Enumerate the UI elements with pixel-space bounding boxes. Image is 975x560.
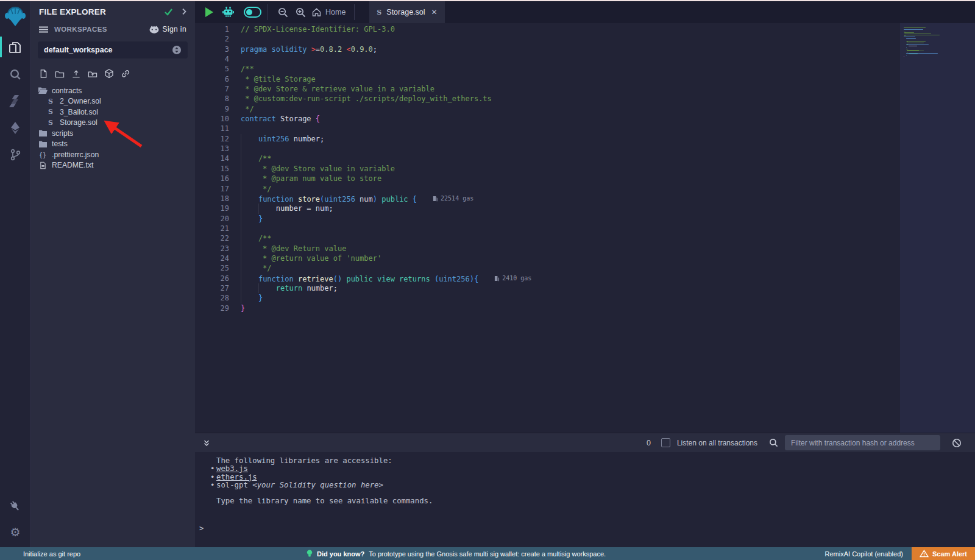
file-explorer-panel: FILE EXPLORER WORKSPACES [30,1,195,547]
tab-close-icon[interactable]: ✕ [431,8,438,16]
solidity-icon: S [46,119,55,127]
tree-item-label: contracts [52,87,82,95]
tab-label: Storage.sol [386,8,425,16]
zoom-out-icon[interactable] [278,7,288,18]
tree-item-label: 2_Owner.sol [60,97,101,105]
line-number: 13 [195,144,229,154]
workspaces-menu-icon[interactable] [39,26,48,33]
git-icon[interactable] [0,146,30,164]
folder-open-icon [38,87,48,95]
workspace-select[interactable]: default_workspace [38,41,188,58]
terminal-line: Type the library name to see available c… [210,497,433,505]
copilot-toggle[interactable] [244,7,261,18]
code-line-7: 7 * @dev Store & retrieve value in a var… [195,84,900,94]
solidity-icon: S [46,108,55,116]
new-folder-icon[interactable] [55,69,65,79]
code-line-3: 3pragma solidity >=0.8.2 <0.9.0; [195,44,900,54]
deploy-run-icon[interactable] [0,119,30,137]
sign-in-button[interactable]: Sign in [149,25,187,34]
remix-ide-window: ⚙ FILE EXPLORER WORKSPACES [0,0,975,560]
remix-logo-icon[interactable] [4,5,27,29]
tree-item-scripts[interactable]: scripts [30,128,195,139]
scam-alert-button[interactable]: Scam Alert [912,547,975,560]
new-file-icon[interactable] [39,69,48,79]
panel-title: FILE EXPLORER [39,7,106,16]
tree-item-2-owner-sol[interactable]: S2_Owner.sol [30,96,195,107]
clear-console-icon[interactable] [952,438,962,448]
terminal-output[interactable]: The following libraries are accessible:•… [195,452,975,547]
code-line-22: 22 /** [195,233,900,243]
compile-check-icon [164,8,173,16]
warning-icon [920,550,929,558]
status-bar: Initialize as git repo Did you know? To … [0,547,975,560]
panel-expand-chevron-icon[interactable] [182,8,186,15]
publish-box-icon[interactable] [104,69,114,79]
line-number: 9 [195,104,229,114]
tree-item-storage-sol[interactable]: SStorage.sol [30,118,195,129]
terminal-line: •sol-gpt <your Solidity question here> [210,481,433,489]
workspaces-label: WORKSPACES [54,26,107,33]
editor-tabstrip: Home S Storage.sol ✕ [195,1,975,23]
tree-item-label: scripts [52,129,73,138]
line-number: 26 [195,274,229,283]
editor-minimap[interactable] [900,23,975,433]
file-text-icon [38,161,48,170]
tree-item-readme-txt[interactable]: README.txt [30,160,195,171]
tree-item-label: .prettierrc.json [52,151,99,159]
upload-folder-icon[interactable] [88,69,98,79]
tab-home[interactable]: Home [312,8,346,16]
line-number: 6 [195,74,229,84]
tree-item-tests[interactable]: tests [30,139,195,150]
code-line-5: 5/** [195,64,900,74]
run-script-button[interactable] [205,7,213,17]
terminal-search-icon[interactable] [769,438,778,447]
tree-item-3-ballot-sol[interactable]: S3_Ballot.sol [30,107,195,118]
file-explorer-icon[interactable] [0,38,30,57]
search-icon[interactable] [0,65,30,83]
listen-all-label: Listen on all transactions [677,439,757,447]
plugin-manager-icon[interactable] [0,497,30,516]
tree-item--prettierrc-json[interactable]: {}.prettierrc.json [30,149,195,160]
solidity-compiler-icon[interactable] [0,92,30,110]
terminal-link-line: •ethers.js [210,473,433,481]
line-number: 16 [195,174,229,183]
lightbulb-icon [307,550,313,558]
line-number: 7 [195,84,229,94]
line-number: 5 [195,64,229,74]
git-init-button[interactable]: Initialize as git repo [23,550,80,558]
code-line-19: 19 number = num; [195,204,900,213]
code-line-8: 8 * @custom:dev-run-script ./scripts/dep… [195,94,900,104]
code-line-27: 27 return number; [195,283,900,293]
line-number: 10 [195,114,229,124]
code-line-23: 23 * @dev Return value [195,244,900,253]
code-editor[interactable]: 1// SPDX-License-Identifier: GPL-3.023pr… [195,23,975,433]
listen-all-checkbox[interactable] [661,438,670,447]
line-number: 11 [195,124,229,133]
workspace-name: default_workspace [44,46,113,54]
line-number: 2 [195,34,229,44]
ai-copilot-robot-icon[interactable] [222,6,235,18]
editor-area: Home S Storage.sol ✕ 1// SPDX-License-Id… [195,1,975,547]
tree-item-label: tests [52,140,68,148]
code-line-28: 28 } [195,293,900,303]
tab-storage-sol[interactable]: S Storage.sol ✕ [369,1,444,23]
tree-item-contracts[interactable]: contracts [30,85,195,96]
code-line-2: 2 [195,34,900,44]
window-top-border [0,0,975,1]
terminal-library-link[interactable]: ethers.js [216,473,257,481]
upload-file-icon[interactable] [71,69,81,79]
zoom-in-icon[interactable] [296,7,306,18]
line-number: 15 [195,164,229,174]
link-icon[interactable] [121,69,130,79]
line-number: 20 [195,214,229,224]
terminal-library-link[interactable]: web3.js [216,464,248,473]
transaction-filter-input[interactable] [785,435,940,450]
terminal-prompt[interactable]: > [199,524,204,533]
line-number: 3 [195,44,229,54]
settings-gear-icon[interactable]: ⚙ [0,523,30,541]
code-line-6: 6 * @title Storage [195,74,900,84]
line-number: 24 [195,253,229,263]
terminal-collapse-icon[interactable] [202,439,211,447]
solidity-file-icon: S [377,9,381,16]
line-number: 22 [195,233,229,243]
